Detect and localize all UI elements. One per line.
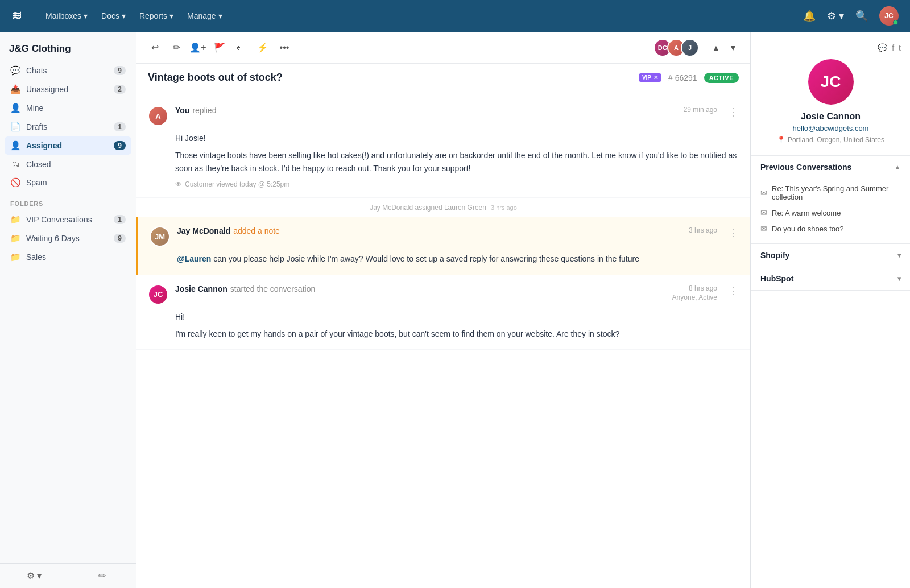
notifications-icon[interactable]: 🔔 [803,10,816,22]
start-status: Anyone, Active [672,293,717,301]
agent-avatar-j: J [681,39,699,57]
settings-button[interactable]: ⚙ ▾ [0,564,68,588]
start-action: started the conversation [230,284,315,293]
sidebar-item-assigned[interactable]: 👤 Assigned 9 [5,136,131,155]
drafts-icon: 📄 [10,122,20,132]
system-message: Jay McDonald assigned Lauren Green 3 hrs… [136,198,750,217]
message-options-button[interactable]: ⋮ [729,106,739,118]
prev-conv-chevron-icon: ▲ [894,163,901,171]
start-options-button[interactable]: ⋮ [729,284,739,297]
more-button[interactable]: ••• [275,39,293,57]
previous-conversations-body: ✉ Re: This year's Spring and Summer coll… [751,179,910,243]
note-time: 3 hrs ago [689,226,717,234]
automate-button[interactable]: ⚡ [254,39,272,57]
contact-top-actions: 💬 f t [760,43,901,52]
previous-conversations-section: Previous Conversations ▲ ✉ Re: This year… [751,156,910,244]
conversation-id: # 66291 [668,73,697,82]
settings-icon[interactable]: ⚙ ▾ [827,10,844,22]
contact-location: 📍 Portland, Oregon, United States [777,136,884,144]
start-header: JC Josie Cannon started the conversation… [148,284,739,305]
conversation-panel: ↩ ✏ 👤+ 🚩 🏷 ⚡ ••• DG A J ▲ ▼ Vintage bo [136,32,751,588]
sidebar-item-chats[interactable]: 💬 Chats 9 [5,61,131,80]
prev-conversation-button[interactable]: ▲ [708,40,724,56]
folders-section-label: FOLDERS [0,192,136,210]
mail-icon-1: ✉ [760,188,767,197]
message-sender: You [175,106,189,115]
mine-icon: 👤 [10,103,20,113]
twitter-link-icon[interactable]: t [899,43,901,52]
undo-button[interactable]: ↩ [146,39,164,57]
sidebar-item-spam[interactable]: 🚫 Spam [5,173,131,192]
sidebar-item-mine[interactable]: 👤 Mine [5,99,131,117]
note-avatar: JM [150,226,170,247]
prev-conv-item-3[interactable]: ✉ Do you do shoes too? [760,221,901,237]
note-body: @Lauren can you please help Josie while … [150,252,739,265]
online-indicator [893,20,898,25]
mail-icon-2: ✉ [760,208,767,217]
start-time: 8 hrs ago [672,284,717,292]
prev-conv-item-1[interactable]: ✉ Re: This year's Spring and Summer coll… [760,181,901,205]
folder-waiting[interactable]: 📁 Waiting 6 Days 9 [5,229,131,247]
mail-icon-3: ✉ [760,224,767,233]
prev-conv-item-2[interactable]: ✉ Re: A warm welcome [760,205,901,221]
folder-icon: 📁 [10,214,20,225]
reply-avatar: A [148,106,168,126]
hubspot-header[interactable]: HubSpot ▾ [751,267,910,290]
folder-sales-icon: 📁 [10,252,20,262]
main-layout: J&G Clothing 💬 Chats 9 📥 Unassigned 2 👤 … [0,32,910,588]
label-button[interactable]: 🏷 [232,39,250,57]
previous-conversations-header[interactable]: Previous Conversations ▲ [751,156,910,179]
user-avatar[interactable]: JC [879,6,899,26]
view-info: 👁 Customer viewed today @ 5:25pm [148,180,739,188]
compose-icon: ✏ [98,570,106,581]
unassigned-icon: 📥 [10,84,20,94]
folder-waiting-icon: 📁 [10,233,20,243]
hubspot-chevron-icon: ▾ [897,275,901,283]
conversation-status-badge: ACTIVE [704,73,739,83]
shopify-header[interactable]: Shopify ▾ [751,244,910,267]
edit-button[interactable]: ✏ [167,39,185,57]
flag-button[interactable]: 🚩 [210,39,229,57]
hubspot-section: HubSpot ▾ [751,267,910,291]
chat-link-icon[interactable]: 💬 [878,43,887,52]
contact-name: Josie Cannon [801,111,861,122]
nav-reports[interactable]: Reports ▾ [134,8,179,24]
contact-email[interactable]: hello@abcwidgets.com [793,124,869,132]
sidebar-item-drafts[interactable]: 📄 Drafts 1 [5,118,131,136]
facebook-link-icon[interactable]: f [892,43,894,52]
settings-gear-icon: ⚙ ▾ [27,570,42,581]
note-options-button[interactable]: ⋮ [729,226,739,239]
sidebar-nav: 💬 Chats 9 📥 Unassigned 2 👤 Mine 📄 Drafts… [0,61,136,192]
toolbar-right: DG A J ▲ ▼ [653,39,741,57]
note-mention: @Lauren [177,254,211,263]
message-header: A You replied 29 min ago ⋮ [148,106,739,126]
new-conversation-button[interactable]: ✏ [68,564,136,588]
nav-mailboxes[interactable]: Mailboxes ▾ [40,8,93,24]
vip-badge: VIP ✕ [639,73,661,82]
folder-sales[interactable]: 📁 Sales [5,248,131,266]
sidebar-item-closed[interactable]: 🗂 Closed [5,155,131,173]
chats-icon: 💬 [10,65,20,76]
right-panel: 💬 f t JC Josie Cannon hello@abcwidgets.c… [751,32,910,588]
note-sender: Jay McDonald [177,226,230,235]
message-time: 29 min ago [684,106,717,114]
next-conversation-button[interactable]: ▼ [725,40,741,56]
note-meta: Jay McDonald added a note [177,226,682,235]
assign-button[interactable]: 👤+ [189,39,207,57]
conversation-header: Vintage boots out of stock? VIP ✕ # 6629… [136,64,750,92]
agent-avatars: DG A J [653,39,699,57]
conversation-title: Vintage boots out of stock? [148,72,632,84]
start-time-block: 8 hrs ago Anyone, Active [672,284,717,301]
contact-avatar: JC [808,59,854,105]
folder-vip[interactable]: 📁 VIP Conversations 1 [5,210,131,229]
message-reply: A You replied 29 min ago ⋮ Hi Josie! Tho… [136,97,750,198]
message-body: Hi Josie! Those vintage boots have been … [148,132,739,175]
search-icon[interactable]: 🔍 [855,10,868,22]
nav-docs[interactable]: Docs ▾ [96,8,131,24]
vip-remove-button[interactable]: ✕ [653,74,658,81]
message-start: JC Josie Cannon started the conversation… [136,275,750,350]
message-note: JM Jay McDonald added a note 3 hrs ago ⋮… [136,217,750,275]
message-meta: You replied [175,106,677,115]
nav-manage[interactable]: Manage ▾ [181,8,228,24]
sidebar-item-unassigned[interactable]: 📥 Unassigned 2 [5,80,131,98]
